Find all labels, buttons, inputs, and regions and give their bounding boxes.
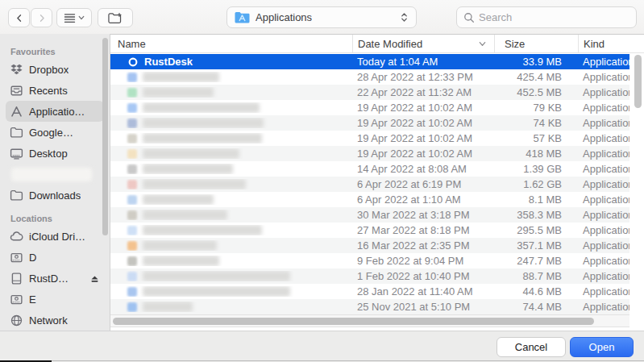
sidebar-item-label: Google…	[29, 127, 73, 139]
cell-date: 19 Apr 2022 at 10:02 AM	[352, 132, 494, 144]
cell-size: 357.1 MB	[494, 239, 578, 252]
cell-date: 22 Apr 2022 at 11:32 AM	[352, 86, 494, 98]
column-header-size[interactable]: Size	[494, 35, 578, 52]
table-row[interactable]: 27 Mar 2022 at 8:18 PM295.5 MBApplicatio…	[110, 223, 629, 238]
table-row[interactable]: 6 Apr 2022 at 1:10 AM8.1 MBApplication	[110, 192, 629, 207]
cell-name	[110, 179, 352, 189]
file-name-blurred	[143, 148, 239, 159]
cell-kind: Application	[578, 86, 629, 98]
table-row[interactable]: 9 Feb 2022 at 9:04 PM247.7 MBApplication	[110, 253, 629, 268]
chevron-right-icon	[37, 13, 47, 23]
cell-name	[110, 271, 352, 281]
file-name-blurred	[143, 118, 264, 128]
horizontal-scrollbar-thumb[interactable]	[113, 318, 594, 325]
sidebar-item-network[interactable]: Network	[6, 310, 104, 331]
cell-date: Today at 1:04 AM	[352, 56, 494, 68]
sidebar-item-label: RustD…	[29, 273, 69, 285]
cell-size: 425.4 MB	[494, 71, 578, 83]
new-folder-button[interactable]	[98, 8, 133, 27]
table-row[interactable]: 19 Apr 2022 at 10:02 AM79 KBApplication	[110, 100, 629, 115]
eject-icon[interactable]	[89, 273, 100, 284]
cell-date: 19 Apr 2022 at 10:02 AM	[352, 148, 494, 160]
cell-size: 1.39 GB	[494, 163, 578, 175]
app-icon-blurred	[127, 88, 137, 98]
cell-size: 57 KB	[494, 132, 578, 144]
chevron-down-icon	[78, 15, 85, 21]
file-name-blurred	[143, 225, 262, 235]
app-icon-blurred	[127, 256, 137, 266]
sidebar-item-icloud-dri-[interactable]: iCloud Dri…	[6, 226, 104, 247]
cancel-button[interactable]: Cancel	[497, 337, 566, 357]
sidebar-item-recents[interactable]: Recents	[6, 80, 104, 101]
sidebar-item-e[interactable]: E	[6, 289, 104, 310]
table-row[interactable]: 14 Apr 2022 at 8:08 AM1.39 GBApplication	[110, 161, 629, 177]
table-row[interactable]: 30 Mar 2022 at 3:18 PM358.3 MBApplicatio…	[110, 207, 629, 223]
applications-icon	[10, 105, 23, 119]
list-view-icon	[64, 13, 76, 23]
table-row[interactable]: 19 Apr 2022 at 10:02 AM418 MBApplication	[110, 146, 629, 161]
sidebar-item-redacted[interactable]	[6, 164, 104, 185]
file-name-blurred	[143, 256, 219, 266]
vertical-scrollbar-thumb[interactable]	[634, 55, 642, 108]
table-row[interactable]: 22 Apr 2022 at 11:32 AM452.5 MBApplicati…	[110, 85, 629, 100]
sidebar-item-downloads[interactable]: Downloads	[6, 185, 104, 206]
rustdesk-ring-icon	[127, 56, 139, 68]
file-list: RustDeskToday at 1:04 AM33.9 MBApplicati…	[110, 54, 629, 314]
app-icon-blurred	[127, 180, 137, 189]
forward-button[interactable]	[31, 8, 52, 27]
table-row[interactable]: 6 Apr 2022 at 6:19 PM1.62 GBApplication	[110, 177, 629, 192]
app-icon-blurred	[127, 73, 137, 82]
cell-size: 295.5 MB	[494, 224, 578, 236]
table-row[interactable]: RustDeskToday at 1:04 AM33.9 MBApplicati…	[110, 54, 629, 69]
horizontal-scrollbar-track[interactable]	[110, 314, 629, 327]
cell-size: 74 KB	[494, 117, 578, 129]
sidebar-item-d[interactable]: D	[6, 247, 104, 268]
column-header-label: Name	[118, 38, 146, 50]
column-header-kind[interactable]: Kind	[578, 35, 644, 52]
table-row[interactable]: 28 Apr 2022 at 12:33 PM425.4 MBApplicati…	[110, 69, 629, 85]
sidebar-scrollbar[interactable]	[102, 38, 108, 235]
app-icon-blurred	[127, 241, 137, 251]
cell-name	[110, 286, 352, 297]
table-row[interactable]: 19 Apr 2022 at 10:02 AM74 KBApplication	[110, 115, 629, 131]
column-header-name[interactable]: Name	[110, 35, 352, 52]
sidebar-item-google-[interactable]: Google…	[6, 122, 104, 143]
sidebar-item-dropbox[interactable]: Dropbox	[6, 59, 104, 80]
cell-date: 14 Apr 2022 at 8:08 AM	[352, 163, 494, 175]
back-button[interactable]	[8, 8, 30, 27]
cell-date: 16 Mar 2022 at 2:35 PM	[352, 239, 494, 252]
table-row[interactable]: 28 Jan 2022 at 11:40 AM44.6 MBApplicatio…	[110, 284, 629, 299]
location-dropdown[interactable]: Applications	[226, 6, 417, 28]
sidebar-section-label: Locations	[10, 214, 110, 223]
open-button[interactable]: Open	[570, 337, 634, 357]
file-browser: NameDate ModifiedSizeKind RustDeskToday …	[110, 34, 644, 331]
cell-date: 25 Nov 2021 at 5:10 PM	[352, 301, 494, 313]
cell-name	[110, 256, 352, 266]
table-row[interactable]: 1 Feb 2022 at 10:40 PM88.7 MBApplication	[110, 268, 629, 284]
sidebar-item-label: Desktop	[29, 148, 68, 160]
sidebar-item-applicatio-[interactable]: Applicatio…	[6, 101, 104, 122]
cell-kind: Application	[578, 193, 629, 206]
file-name-blurred	[143, 271, 290, 281]
column-header-date[interactable]: Date Modified	[352, 35, 494, 52]
sidebar-item-label: Network	[29, 314, 68, 327]
table-row[interactable]: 19 Apr 2022 at 10:02 AM57 KBApplication	[110, 131, 629, 146]
applications-folder-icon	[235, 11, 250, 23]
cell-kind: Application	[578, 132, 629, 144]
view-options-button[interactable]	[56, 8, 92, 27]
sidebar-item-rustd-[interactable]: RustD…	[6, 268, 104, 289]
file-name-blurred	[143, 210, 227, 220]
disk-icon	[10, 272, 23, 285]
cell-kind: Application	[578, 255, 629, 267]
cell-kind: Application	[578, 239, 629, 252]
table-row[interactable]: 25 Nov 2021 at 5:10 PM74.4 MBApplication	[110, 299, 629, 314]
harddrive-icon	[10, 251, 23, 264]
search-input[interactable]	[479, 11, 629, 23]
column-header-label: Size	[505, 38, 525, 50]
sidebar-item-desktop[interactable]: Desktop	[6, 143, 104, 164]
cell-name	[110, 87, 352, 98]
sidebar-item-label: iCloud Dri…	[29, 231, 85, 243]
cell-size: 8.1 MB	[494, 193, 578, 206]
app-icon-blurred	[127, 272, 137, 281]
table-row[interactable]: 16 Mar 2022 at 2:35 PM357.1 MBApplicatio…	[110, 238, 629, 253]
